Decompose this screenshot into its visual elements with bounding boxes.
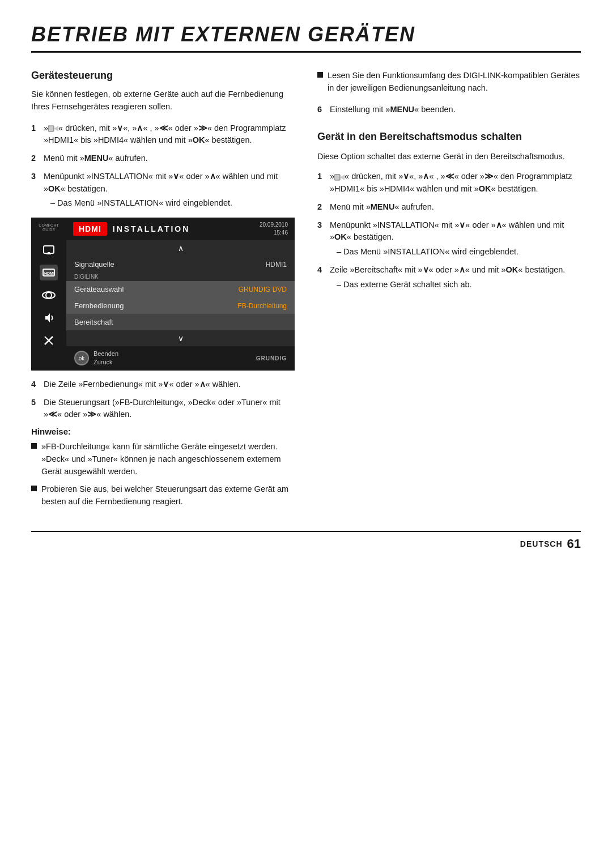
tv-footer-left: ok Beenden Zurück: [74, 350, 118, 367]
tv-datetime: 20.09.2010 15:46: [260, 221, 288, 237]
steps-list-left: 1 »« drücken, mit »∨«, »∧« , »≪« oder »≫…: [31, 122, 295, 210]
tv-row-digilink: DIGILINK: [66, 273, 295, 281]
step-num-6: 6: [317, 104, 325, 116]
step-1: 1 »« drücken, mit »∨«, »∧« , »≪« oder »≫…: [31, 122, 295, 147]
hinweis-1-content: »FB-Durchleitung« kann für sämtliche Ger…: [41, 441, 295, 478]
step-1-content: »« drücken, mit »∨«, »∧« , »≪« oder »≫« …: [44, 122, 295, 147]
step-num-3: 3: [31, 171, 39, 210]
right-step-4: 4 Zeile »Bereitschaft« mit »∨« oder »∧« …: [317, 264, 581, 291]
footer-bar: DEUTSCH 61: [31, 531, 581, 551]
svg-rect-4: [48, 252, 50, 254]
hinweis-1: »FB-Durchleitung« kann für sämtliche Ger…: [31, 441, 295, 478]
bullet-icon-r1: [317, 72, 323, 78]
right-step-2-content: Menü mit »MENU« aufrufen.: [330, 201, 581, 214]
step-3-content: Menüpunkt »INSTALLATION« mit »∨« oder »∧…: [44, 171, 295, 210]
right-note-1-content: Lesen Sie den Funktionsumfang des DIGI-L…: [328, 70, 581, 95]
right-step-num-3: 3: [317, 219, 325, 258]
tv-row-bereitschaft: Bereitschaft: [66, 314, 295, 330]
right-notes: Lesen Sie den Funktionsumfang des DIGI-L…: [317, 70, 581, 95]
tv-row-fernbedienung: Fernbedienung FB-Durchleitung: [66, 297, 295, 314]
step-6-content: Einstellung mit »MENU« beenden.: [330, 104, 581, 116]
tv-sidebar: COMFORTGUIDE HDMI: [31, 218, 66, 371]
tv-sidebar-icon-source: [40, 242, 58, 258]
comfort-guide-label: COMFORTGUIDE: [39, 223, 58, 233]
svg-marker-1: [54, 126, 58, 131]
step-5: 5 Die Steuerungsart (»FB-Durchleitung«, …: [31, 397, 295, 422]
svg-rect-0: [48, 126, 54, 131]
right-step-3: 3 Menüpunkt »INSTALLATION« mit »∨« oder …: [317, 219, 581, 258]
svg-text:HDMI: HDMI: [44, 271, 54, 275]
section1-title: Gerätesteuerung: [31, 70, 295, 82]
tv-row-signalquelle: Signalquelle HDMI1: [66, 256, 295, 273]
steps-list-right: 1 »« drücken, mit »∨«, »∧« , »≪« oder »≫…: [317, 171, 581, 291]
page-title: Betrieb mit externen Geräten: [31, 23, 581, 53]
hinweise-list: »FB-Durchleitung« kann für sämtliche Ger…: [31, 441, 295, 508]
right-step-1-content: »« drücken, mit »∨«, »∧« , »≪« oder »≫« …: [330, 171, 581, 195]
svg-marker-12: [340, 175, 345, 180]
tv-main-area: HDMI INSTALLATION 20.09.2010 15:46 ∧ Sig…: [66, 218, 295, 371]
hinweis-2-content: Probieren Sie aus, bei welcher Steuerung…: [41, 483, 295, 508]
footer-lang: DEUTSCH: [520, 539, 563, 548]
step-3: 3 Menüpunkt »INSTALLATION« mit »∨« oder …: [31, 171, 295, 210]
section3-intro: Diese Option schaltet das externe Gerät …: [317, 151, 581, 163]
tv-chevron-down: ∨: [66, 333, 295, 346]
tv-sidebar-icon-audio: [40, 310, 58, 326]
step-2-content: Menü mit »MENU« aufrufen.: [44, 152, 295, 165]
tv-sidebar-icon-hdmi: HDMI: [40, 265, 58, 280]
tv-menu-rows: Signalquelle HDMI1 DIGILINK Geräteauswah…: [66, 254, 295, 333]
svg-rect-11: [334, 175, 340, 180]
left-column: Gerätesteuerung Sie können festlegen, ob…: [31, 70, 295, 514]
right-note-1: Lesen Sie den Funktionsumfang des DIGI-L…: [317, 70, 581, 95]
section3-title: Gerät in den Bereitschaftsmodus schalten: [317, 130, 581, 143]
hinweise-title: Hinweise:: [31, 427, 295, 436]
step-6-list: 6 Einstellung mit »MENU« beenden.: [317, 104, 581, 116]
right-column: Lesen Sie den Funktionsumfang des DIGI-L…: [317, 70, 581, 514]
hinweis-2: Probieren Sie aus, bei welcher Steuerung…: [31, 483, 295, 508]
tv-header: HDMI INSTALLATION 20.09.2010 15:46: [66, 218, 295, 240]
tv-chevron-up: ∧: [66, 240, 295, 254]
right-step-num-4: 4: [317, 264, 325, 291]
step-num-1: 1: [31, 122, 39, 147]
right-step-3-content: Menüpunkt »INSTALLATION« mit »∨« oder »∧…: [330, 219, 581, 258]
right-step-2: 2 Menü mit »MENU« aufrufen.: [317, 201, 581, 214]
right-step-3-sub: – Das Menü »INSTALLATION« wird eingeblen…: [330, 246, 581, 258]
step-6: 6 Einstellung mit »MENU« beenden.: [317, 104, 581, 116]
tv-screen: COMFORTGUIDE HDMI: [31, 218, 295, 371]
step-4: 4 Die Zeile »Fernbedienung« mit »∨« oder…: [31, 378, 295, 391]
tv-row-gerateauswahl: Geräteauswahl GRUNDIG DVD: [66, 281, 295, 297]
tv-ok-button: ok: [74, 351, 89, 365]
right-step-num-2: 2: [317, 201, 325, 214]
step-2: 2 Menü mit »MENU« aufrufen.: [31, 152, 295, 165]
bullet-icon-1: [31, 443, 37, 449]
tv-sidebar-icon-tools: [40, 333, 58, 348]
step-num-5: 5: [31, 397, 39, 422]
step-5-content: Die Steuerungsart (»FB-Durchleitung«, »D…: [44, 397, 295, 422]
right-step-1: 1 »« drücken, mit »∨«, »∧« , »≪« oder »≫…: [317, 171, 581, 195]
bullet-icon-2: [31, 486, 37, 491]
section1-intro: Sie können festlegen, ob externe Geräte …: [31, 88, 295, 113]
right-step-num-1: 1: [317, 171, 325, 195]
grundig-logo: GRUNDIG: [256, 355, 287, 361]
steps-list-left-2: 4 Die Zeile »Fernbedienung« mit »∨« oder…: [31, 378, 295, 421]
step-num-4: 4: [31, 378, 39, 391]
tv-installation-title: INSTALLATION: [113, 224, 190, 233]
step-4-content: Die Zeile »Fernbedienung« mit »∨« oder »…: [44, 378, 295, 391]
right-step-4-content: Zeile »Bereitschaft« mit »∨« oder »∧« un…: [330, 264, 581, 291]
hdmi-badge: HDMI: [73, 222, 107, 236]
right-step-4-sub: – Das externe Gerät schaltet sich ab.: [330, 279, 581, 291]
step-3-sub: – Das Menü »INSTALLATION« wird eingeblen…: [44, 197, 295, 210]
tv-footer-text: Beenden Zurück: [94, 350, 118, 367]
svg-point-7: [46, 292, 52, 298]
tv-sidebar-icon-settings: [40, 287, 58, 303]
step-num-2: 2: [31, 152, 39, 165]
footer-page: 61: [567, 537, 581, 551]
tv-footer: ok Beenden Zurück GRUNDIG: [66, 346, 295, 371]
